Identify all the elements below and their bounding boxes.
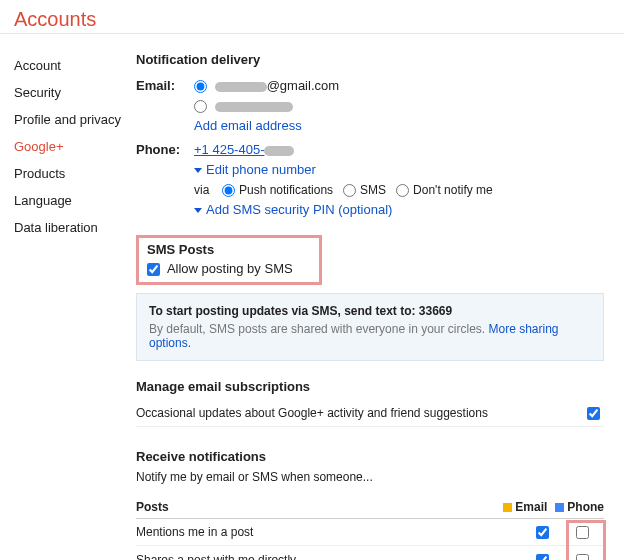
phone-row: Phone: +1 425-405- Edit phone number via… — [136, 141, 604, 219]
subscriptions-heading: Manage email subscriptions — [136, 379, 604, 394]
sms-radio[interactable] — [343, 184, 356, 197]
notification-row: Shares a post with me directly — [136, 546, 604, 560]
phone-checkbox[interactable] — [576, 554, 589, 560]
via-label: via — [194, 181, 212, 199]
main-content: Notification delivery Email: @gmail.com … — [132, 34, 624, 560]
notifications-section: Receive notifications Notify me by email… — [136, 449, 604, 560]
email-column-icon — [503, 503, 512, 512]
sidebar-item-profile[interactable]: Profile and privacy — [14, 106, 132, 133]
email-value: @gmail.com Add email address — [194, 77, 604, 135]
sidebar-item-language[interactable]: Language — [14, 187, 132, 214]
triangle-down-icon — [194, 208, 202, 213]
notification-label: Shares a post with me directly — [136, 553, 524, 560]
redacted-text — [264, 146, 294, 156]
header: Accounts — [0, 0, 624, 34]
email-label: Email: — [136, 77, 194, 95]
layout: Account Security Profile and privacy Goo… — [0, 34, 624, 560]
sms-info-box: To start posting updates via SMS, send t… — [136, 293, 604, 361]
subscription-row: Occasional updates about Google+ activit… — [136, 400, 604, 427]
posts-rows: Mentions me in a postShares a post with … — [136, 519, 604, 560]
phone-column-icon — [555, 503, 564, 512]
email-radio-1[interactable] — [194, 80, 207, 93]
notification-row: Mentions me in a post — [136, 519, 604, 546]
dont-notify-option[interactable]: Don't notify me — [396, 181, 493, 199]
sidebar-item-dataliberation[interactable]: Data liberation — [14, 214, 132, 241]
phone-checkbox[interactable] — [576, 526, 589, 539]
sms-posts-heading: SMS Posts — [147, 242, 293, 257]
redacted-text — [215, 102, 293, 112]
delivery-heading: Notification delivery — [136, 52, 604, 67]
allow-sms-posting-checkbox[interactable] — [147, 263, 160, 276]
posts-header-row: Posts Email Phone — [136, 494, 604, 519]
allow-sms-label: Allow posting by SMS — [167, 261, 293, 276]
sms-info-desc: By default, SMS posts are shared with ev… — [149, 322, 591, 350]
sms-info-head: To start posting updates via SMS, send t… — [149, 304, 591, 318]
sidebar-item-account[interactable]: Account — [14, 52, 132, 79]
triangle-down-icon — [194, 168, 202, 173]
email-suffix: @gmail.com — [267, 78, 339, 93]
phone-label: Phone: — [136, 141, 194, 159]
subscriptions-section: Manage email subscriptions Occasional up… — [136, 379, 604, 431]
sidebar-item-security[interactable]: Security — [14, 79, 132, 106]
notifications-sub: Notify me by email or SMS when someone..… — [136, 470, 604, 484]
phone-value-block: +1 425-405- Edit phone number via Push n… — [194, 141, 604, 219]
add-email-link[interactable]: Add email address — [194, 118, 302, 133]
push-radio[interactable] — [222, 184, 235, 197]
sidebar-item-products[interactable]: Products — [14, 160, 132, 187]
email-radio-2[interactable] — [194, 100, 207, 113]
add-sms-pin-link[interactable]: Add SMS security PIN (optional) — [206, 202, 392, 217]
page-title: Accounts — [14, 8, 610, 31]
phone-number-link[interactable]: +1 425-405- — [194, 142, 264, 157]
sms-posts-highlight: SMS Posts Allow posting by SMS — [136, 235, 322, 285]
sms-option[interactable]: SMS — [343, 181, 386, 199]
redacted-text — [215, 82, 267, 92]
sidebar-item-googleplus[interactable]: Google+ — [14, 133, 132, 160]
via-row: via Push notifications SMS Don't notify … — [194, 181, 604, 199]
subscription-label: Occasional updates about Google+ activit… — [136, 406, 488, 420]
edit-phone-link[interactable]: Edit phone number — [206, 162, 316, 177]
email-row: Email: @gmail.com Add email address — [136, 77, 604, 135]
notifications-heading: Receive notifications — [136, 449, 604, 464]
email-checkbox[interactable] — [536, 554, 549, 560]
dont-radio[interactable] — [396, 184, 409, 197]
email-checkbox[interactable] — [536, 526, 549, 539]
push-option[interactable]: Push notifications — [222, 181, 333, 199]
notification-label: Mentions me in a post — [136, 525, 524, 539]
subscription-checkbox[interactable] — [587, 407, 600, 420]
posts-category-label: Posts — [136, 500, 169, 514]
sidebar: Account Security Profile and privacy Goo… — [0, 34, 132, 560]
